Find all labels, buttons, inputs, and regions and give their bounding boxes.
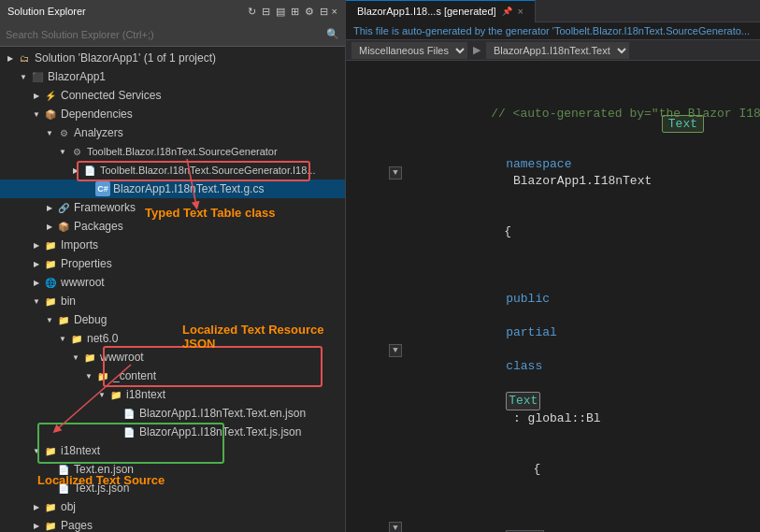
expand-imports[interactable]: ▶ <box>30 238 43 252</box>
expand-obj[interactable]: ▶ <box>30 500 43 513</box>
expand-dependencies[interactable]: ▼ <box>30 108 43 121</box>
properties-icon[interactable]: ⊟ <box>262 6 270 18</box>
frameworks-icon: 🔗 <box>56 200 71 215</box>
tree-item-debug[interactable]: ▼ 📁 Debug <box>0 310 345 329</box>
bin-label: bin <box>61 295 76 308</box>
expand-bin[interactable]: ▼ <box>30 295 43 308</box>
expand-i18ntext-nested[interactable]: ▼ <box>95 388 108 401</box>
tree-item-i18ntext-root[interactable]: ▼ 📁 i18ntext <box>0 441 345 460</box>
toolbelt-gen-label: Toolbelt.Blazor.I18nText.SourceGenerator <box>87 146 278 157</box>
connected-label: Connected Services <box>61 89 161 102</box>
kw-class: class <box>506 359 542 373</box>
tree-item-i18ntext-nested[interactable]: ▼ 📁 i18ntext <box>0 385 345 404</box>
expand-debug[interactable]: ▼ <box>43 313 56 326</box>
tree-item-text-g-cs[interactable]: C# BlazorApp1.I18nText.Text.g.cs <box>0 180 345 198</box>
wwwroot2-label: wwwroot <box>100 351 144 364</box>
tree-item-bin[interactable]: ▼ 📁 bin <box>0 292 345 310</box>
wwwroot-label: wwwroot <box>61 276 105 289</box>
tree-item-obj[interactable]: ▶ 📁 obj <box>0 497 345 516</box>
sync-icon[interactable]: ↻ <box>248 6 256 18</box>
expand-wwwroot2[interactable]: ▼ <box>69 351 82 364</box>
text-js-json-label: Text.js.json <box>74 482 129 495</box>
text-g-cs-label: BlazorApp1.I18nText.Text.g.cs <box>113 182 264 195</box>
tree-item-packages[interactable]: ▶ 📦 Packages <box>0 217 345 236</box>
expand-frameworks[interactable]: ▶ <box>43 201 56 214</box>
expand-content[interactable]: ▼ <box>82 369 95 382</box>
expand-text-en-json <box>43 463 56 476</box>
dock-icon[interactable]: ⊟ <box>320 6 328 18</box>
imports-icon: 📁 <box>43 237 58 252</box>
list-icon[interactable]: ▤ <box>276 6 285 18</box>
expand-wwwroot[interactable]: ▶ <box>30 276 43 289</box>
code-tab-active[interactable]: BlazorApp1.I18...s [generated] 📌 × <box>346 0 536 22</box>
tree-item-wwwroot[interactable]: ▶ 🌐 wwwroot <box>0 273 345 292</box>
tree-item-frameworks[interactable]: ▶ 🔗 Frameworks <box>0 198 345 217</box>
tree-item-text-js-json[interactable]: 📄 Text.js.json <box>0 479 345 497</box>
tree-item-text-js-json2[interactable]: 📄 BlazorApp1.I18nText.Text.js.json <box>0 423 345 441</box>
search-bar: 🔍 <box>0 22 345 47</box>
line6-content: [...] <box>404 495 749 532</box>
expand-text-js-json <box>43 482 56 495</box>
tree-item-solution[interactable]: ▶ 🗂 Solution 'BlazorApp1' (1 of 1 projec… <box>0 49 345 67</box>
toolbelt-gen-item-icon: 📄 <box>82 163 97 178</box>
tree-item-text-en-json[interactable]: 📄 Text.en.json <box>0 460 345 479</box>
tree-item-content[interactable]: ▼ 📁 _content <box>0 367 345 385</box>
expand-pages[interactable]: ▶ <box>30 519 43 532</box>
pages-label: Pages <box>61 519 93 532</box>
breadcrumb-bar: Miscellaneous Files ▶ BlazorApp1.I18nTex… <box>346 40 760 61</box>
solution-label: Solution 'BlazorApp1' (1 of 1 project) <box>35 51 216 65</box>
expand-connected[interactable]: ▶ <box>30 89 43 102</box>
code-line-6: ▼ [...] <box>353 495 753 532</box>
code-line-3: { <box>353 207 753 257</box>
line2-content: namespace BlazorApp1.I18nText <box>404 139 749 207</box>
expand-blazorapp1[interactable]: ▼ <box>17 70 30 83</box>
close-icon[interactable]: × <box>332 6 337 17</box>
imports-label: Imports <box>61 238 98 252</box>
tree-item-imports[interactable]: ▶ 📁 Imports <box>0 236 345 254</box>
collapse-btn-2[interactable]: ▼ <box>389 166 402 180</box>
code-line-4: ▼ public partial class Text : global::Bl <box>353 257 753 444</box>
solution-explorer-header: Solution Explorer ↻ ⊟ ▤ ⊞ ⚙ ⊟ × <box>0 0 345 22</box>
expand-toolbelt-gen-item[interactable]: ▶ <box>69 164 82 177</box>
search-input[interactable] <box>6 29 326 40</box>
settings-icon[interactable]: ⚙ <box>305 6 314 18</box>
toolbelt-gen-item-label: Toolbelt.Blazor.I18nText.SourceGenerator… <box>100 165 316 176</box>
blazorapp1-label: BlazorApp1 <box>48 70 106 83</box>
frameworks-label: Frameworks <box>74 201 136 214</box>
expand-net60[interactable]: ▼ <box>56 332 69 345</box>
tree-item-toolbelt-gen-item[interactable]: ▶ 📄 Toolbelt.Blazor.I18nText.SourceGener… <box>0 161 345 180</box>
breadcrumb-dropdown1[interactable]: Miscellaneous Files <box>351 42 467 59</box>
expand-packages[interactable]: ▶ <box>43 220 56 233</box>
tree-item-net60[interactable]: ▼ 📁 net6.0 <box>0 329 345 348</box>
analyzers-icon: ⚙ <box>56 125 71 140</box>
expand-toolbelt-gen[interactable]: ▼ <box>56 145 69 158</box>
tree-item-blazorapp1[interactable]: ▼ ⬛ BlazorApp1 <box>0 67 345 86</box>
tree-item-pages[interactable]: ▶ 📁 Pages <box>0 516 345 532</box>
tree-item-wwwroot2[interactable]: ▼ 📁 wwwroot <box>0 348 345 367</box>
search-icon[interactable]: 🔍 <box>326 28 339 40</box>
collapse-btn-6[interactable]: ▼ <box>389 522 402 532</box>
tree-item-text-en-json2[interactable]: 📄 BlazorApp1.I18nText.Text.en.json <box>0 404 345 423</box>
expand-properties[interactable]: ▶ <box>30 257 43 270</box>
collapse-btn-4[interactable]: ▼ <box>389 344 402 357</box>
tree-container: ▶ 🗂 Solution 'BlazorApp1' (1 of 1 projec… <box>0 47 345 532</box>
tree-item-toolbelt-gen[interactable]: ▼ ⚙ Toolbelt.Blazor.I18nText.SourceGener… <box>0 142 345 161</box>
kw-public: public <box>506 292 550 306</box>
panel-header-icons: ↻ ⊟ ▤ ⊞ ⚙ ⊟ × <box>248 6 337 18</box>
tree-item-analyzers[interactable]: ▼ ⚙ Analyzers <box>0 123 345 142</box>
code-line-5: { <box>353 444 753 495</box>
tree-item-dependencies[interactable]: ▼ 📦 Dependencies <box>0 105 345 123</box>
expand-i18ntext-root[interactable]: ▼ <box>30 444 43 457</box>
line3-content: { <box>402 207 749 257</box>
tree-item-properties[interactable]: ▶ 📁 Properties <box>0 254 345 273</box>
tab-pin-icon: 📌 <box>502 7 512 16</box>
wwwroot-icon: 🌐 <box>43 275 58 290</box>
expand-analyzers[interactable]: ▼ <box>43 126 56 139</box>
tab-close-btn[interactable]: × <box>518 6 523 17</box>
tree-item-connected[interactable]: ▶ ⚡ Connected Services <box>0 86 345 105</box>
toolbelt-gen-icon: ⚙ <box>69 144 84 159</box>
blazorapp1-icon: ⬛ <box>30 69 45 84</box>
expand-solution[interactable]: ▶ <box>4 51 17 65</box>
refresh-icon[interactable]: ⊞ <box>291 6 299 18</box>
breadcrumb-dropdown2[interactable]: BlazorApp1.I18nText.Text <box>486 42 629 59</box>
